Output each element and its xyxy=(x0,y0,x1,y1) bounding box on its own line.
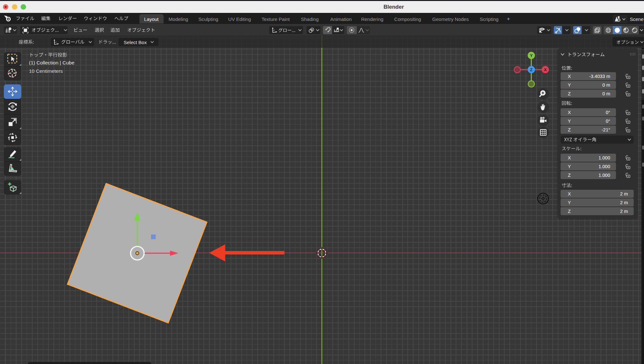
svg-text:X: X xyxy=(544,67,547,72)
svg-text:Z: Z xyxy=(530,67,533,72)
svg-text:Y: Y xyxy=(530,53,533,58)
